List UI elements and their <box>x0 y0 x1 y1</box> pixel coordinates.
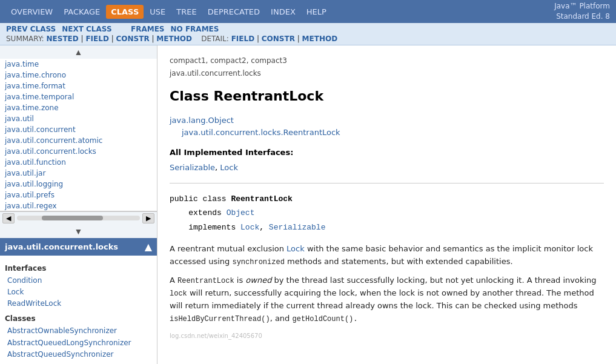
implements-lock-link[interactable]: Lock <box>240 223 259 232</box>
lock-link-desc1[interactable]: Lock <box>286 244 305 253</box>
nav-index[interactable]: INDEX <box>266 5 300 19</box>
detail-constr[interactable]: CONSTR <box>262 35 295 43</box>
package-list-item: java.util.prefs <box>0 190 157 200</box>
interface-link[interactable]: Lock <box>7 288 24 296</box>
package-list-items: java.timejava.time.chronojava.time.forma… <box>0 59 157 211</box>
scroll-up-button[interactable]: ▲ <box>0 45 157 59</box>
package-link[interactable]: java.time.format <box>0 81 157 91</box>
package-link[interactable]: java.time.chrono <box>0 70 157 81</box>
package-link[interactable]: java.time <box>0 59 157 70</box>
package-link[interactable]: java.util.function <box>0 157 157 168</box>
class-link[interactable]: AbstractQueuedLongSynchronizer <box>7 339 131 347</box>
list-item: AbstractQueuedLongSynchronizer <box>7 337 152 349</box>
package-list-item: java.time.temporal <box>0 91 157 102</box>
class-title: Class ReentrantLock <box>170 85 604 107</box>
package-list-item: java.time.format <box>0 81 157 91</box>
nav-tree[interactable]: TREE <box>171 5 201 19</box>
package-list-item: java.util.concurrent <box>0 124 157 135</box>
parent-class-link[interactable]: java.lang.Object <box>170 116 234 125</box>
list-item: Lock <box>7 286 152 298</box>
nav-use[interactable]: USE <box>145 5 170 19</box>
package-link[interactable]: java.util.regex <box>0 200 157 211</box>
nav-separator <box>118 25 125 33</box>
inheritance-tree: java.lang.Object java.util.concurrent.lo… <box>170 114 604 140</box>
package-link[interactable]: java.util.jar <box>0 168 157 179</box>
package-list-item: java.util.jar <box>0 168 157 179</box>
summary-constr[interactable]: CONSTR <box>116 35 150 43</box>
package-link[interactable]: java.time.temporal <box>0 91 157 102</box>
package-list[interactable]: java.timejava.time.chronojava.time.forma… <box>0 59 157 211</box>
interfaces-label: All Implemented Interfaces: <box>170 147 604 159</box>
package-link[interactable]: java.util.concurrent.atomic <box>0 135 157 146</box>
detail-label: DETAIL: <box>201 35 229 43</box>
prev-class-link[interactable]: PREV CLASS <box>6 25 56 33</box>
package-link[interactable]: java.util.concurrent.locks <box>0 146 157 157</box>
package-list-item: java.util.regex <box>0 200 157 211</box>
summary-field[interactable]: FIELD <box>85 35 108 43</box>
list-item: ReadWriteLock <box>7 298 152 309</box>
package-link[interactable]: java.util.concurrent <box>0 124 157 135</box>
package-link[interactable]: java.util <box>0 113 157 124</box>
watermark: log.csdn.net/weixin_42405670 <box>170 331 604 341</box>
nav-deprecated[interactable]: DEPRECATED <box>203 5 265 19</box>
class-link[interactable]: AbstractQueuedSynchronizer <box>7 350 114 359</box>
no-frames-link[interactable]: NO FRAMES <box>171 25 219 33</box>
package-link[interactable]: java.util.logging <box>0 179 157 190</box>
nav-overview[interactable]: OVERVIEW <box>6 5 58 19</box>
package-link[interactable]: java.time.zone <box>0 102 157 113</box>
nav-package[interactable]: PACKAGE <box>59 5 105 19</box>
main-layout: ▲ java.timejava.time.chronojava.time.for… <box>0 45 616 364</box>
implements-serializable-link[interactable]: Serializable <box>269 223 326 232</box>
scroll-down-button[interactable]: ▼ <box>0 225 157 238</box>
package-list-item: java.time.chrono <box>0 70 157 81</box>
package-link[interactable]: java.util.prefs <box>0 190 157 200</box>
list-item: AbstractOwnableSynchronizer <box>7 325 152 337</box>
package-list-item: java.time.zone <box>0 102 157 113</box>
package-list-item: java.util.logging <box>0 179 157 190</box>
package-list-item: java.util.function <box>0 157 157 168</box>
classes-section: Classes AbstractOwnableSynchronizerAbstr… <box>5 314 152 360</box>
current-class-link[interactable]: java.util.concurrent.locks.ReentrantLock <box>182 128 340 137</box>
class-link[interactable]: AbstractOwnableSynchronizer <box>7 326 117 335</box>
active-package-header: java.util.concurrent.locks ▲ <box>0 238 157 256</box>
interface-link[interactable]: Condition <box>7 276 42 285</box>
interface-serializable-link[interactable]: Serializable <box>170 163 215 172</box>
h-scroll-left-button[interactable]: ◀ <box>2 213 15 223</box>
sidebar: ▲ java.timejava.time.chronojava.time.for… <box>0 45 157 364</box>
package-list-item: java.util.concurrent.atomic <box>0 135 157 146</box>
nav-class[interactable]: CLASS <box>106 5 144 19</box>
interfaces-list: ConditionLockReadWriteLock <box>5 275 152 310</box>
class-navigation: Interfaces ConditionLockReadWriteLock Cl… <box>0 256 157 364</box>
package-line: java.util.concurrent.locks <box>170 68 604 79</box>
detail-field[interactable]: FIELD <box>231 35 254 43</box>
next-class-link[interactable]: NEXT CLASS <box>62 25 111 33</box>
active-pkg-up-arrow[interactable]: ▲ <box>145 241 152 253</box>
package-list-item: java.time <box>0 59 157 70</box>
top-nav-bar: OVERVIEW PACKAGE CLASS USE TREE DEPRECAT… <box>0 0 616 23</box>
horizontal-scrollbar-thumb <box>42 216 104 220</box>
detail-method[interactable]: METHOD <box>302 35 338 43</box>
summary-nested[interactable]: NESTED <box>47 35 79 43</box>
list-item: AbstractQueuedSynchronizer <box>7 349 152 360</box>
package-list-item: java.util <box>0 113 157 124</box>
interfaces-section: Interfaces ConditionLockReadWriteLock <box>5 264 152 310</box>
interface-link[interactable]: ReadWriteLock <box>7 299 61 308</box>
horizontal-scrollbar[interactable] <box>17 216 140 220</box>
extends-object-link[interactable]: Object <box>227 208 255 217</box>
frames-link[interactable]: FRAMES <box>131 25 165 33</box>
active-package-label: java.util.concurrent.locks <box>5 242 118 251</box>
module-line: compact1, compact2, compact3 <box>170 55 604 67</box>
interface-lock-link[interactable]: Lock <box>220 163 238 172</box>
h-scroll-right-button[interactable]: ▶ <box>142 213 154 223</box>
nav-links: OVERVIEW PACKAGE CLASS USE TREE DEPRECAT… <box>6 5 331 19</box>
list-item: Condition <box>7 275 152 286</box>
content-area: compact1, compact2, compact3 java.util.c… <box>157 45 616 364</box>
summary-method[interactable]: METHOD <box>156 35 192 43</box>
description-2: A ReentrantLock is owned by the thread l… <box>170 274 604 325</box>
brand: Java™ Platform Standard Ed. 8 <box>554 1 610 22</box>
classes-title: Classes <box>5 314 152 323</box>
interfaces-list-content: Serializable, Lock <box>170 162 604 174</box>
nav-help[interactable]: HELP <box>302 5 331 19</box>
interfaces-title: Interfaces <box>5 264 152 273</box>
divider <box>170 183 604 184</box>
